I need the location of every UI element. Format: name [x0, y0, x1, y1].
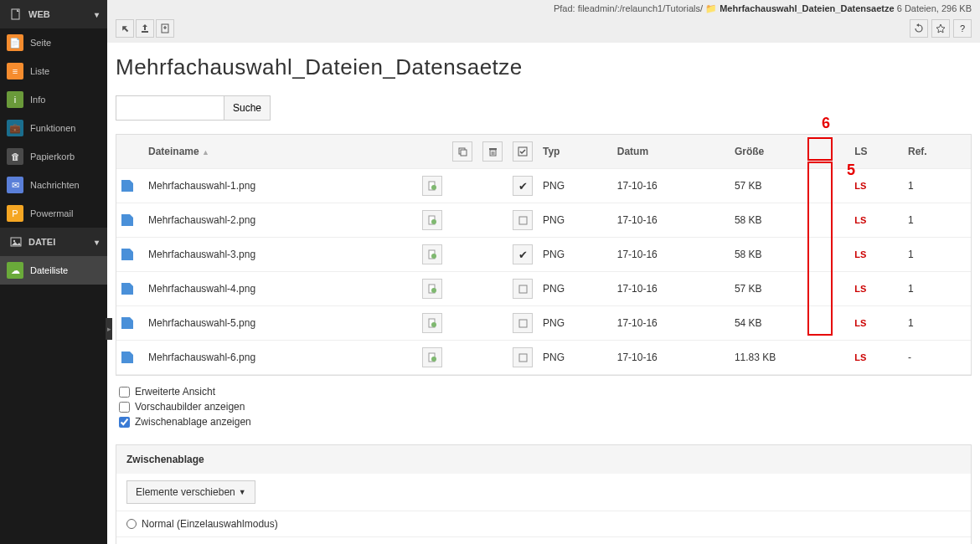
file-date: 17-10-16: [612, 169, 730, 203]
row-select-checkbox[interactable]: ✔: [513, 176, 533, 196]
option-extended-checkbox[interactable]: [119, 387, 130, 398]
file-type: PNG: [538, 306, 612, 341]
file-name[interactable]: Mehrfachauswahl-1.png: [143, 169, 417, 203]
upload-button[interactable]: [136, 19, 154, 38]
sidebar-item-seite[interactable]: 📄Seite: [0, 28, 107, 57]
page-title: Mehrfachauswahl_Dateien_Datensaetze: [116, 54, 972, 80]
col-date[interactable]: Datum: [612, 135, 730, 169]
file-type: PNG: [538, 272, 612, 306]
breadcrumb-file-count: 6 Dateien, 296 KB: [897, 3, 972, 13]
option-clipboard-checkbox[interactable]: [119, 417, 130, 428]
file-action-button[interactable]: [422, 176, 442, 196]
cloud-icon: ☁: [7, 262, 23, 279]
file-action-button[interactable]: [422, 210, 442, 230]
file-date: 17-10-16: [612, 272, 730, 306]
sidebar-item-label: Nachrichten: [30, 180, 80, 190]
svg-point-24: [431, 357, 436, 362]
col-ref[interactable]: Ref.: [903, 135, 971, 169]
sidebar-section-datei[interactable]: DATEI ▾: [0, 228, 107, 256]
file-ls: LS: [849, 203, 903, 238]
file-action-button[interactable]: [422, 244, 442, 264]
liste-icon: ≡: [7, 63, 23, 80]
file-icon: [121, 317, 133, 329]
table-row: Mehrfachauswahl-4.pngPNG17-10-1657 KBLS1: [116, 272, 971, 306]
svg-point-11: [431, 185, 436, 190]
col-size[interactable]: Größe: [730, 135, 849, 169]
svg-rect-19: [519, 285, 527, 293]
clipboard-mode-option[interactable]: ✔Zwischenablage #1 (Mehrfachauswahlmodus…: [116, 536, 971, 544]
row-select-checkbox[interactable]: [513, 347, 533, 367]
file-name[interactable]: Mehrfachauswahl-5.png: [143, 306, 417, 341]
sidebar-item-powermail[interactable]: PPowermail: [0, 199, 107, 228]
sidebar-item-nachrichten[interactable]: ✉Nachrichten: [0, 171, 107, 199]
file-date: 17-10-16: [612, 341, 730, 375]
sidebar-item-label: Seite: [30, 38, 51, 48]
sidebar-item-label: Funktionen: [30, 123, 75, 133]
file-size: 58 KB: [730, 203, 849, 238]
breadcrumb-path-prefix: Pfad: fileadmin/:/relaunch1/Tutorials/: [554, 3, 705, 13]
sidebar-item-dateiliste[interactable]: ☁Dateiliste: [0, 256, 107, 285]
file-type: PNG: [538, 238, 612, 272]
col-filename[interactable]: Dateiname ▲: [143, 135, 417, 169]
svg-rect-14: [519, 217, 527, 224]
option-clipboard[interactable]: Zwischenablage anzeigen: [119, 414, 968, 429]
svg-point-18: [431, 288, 436, 293]
file-name[interactable]: Mehrfachauswahl-3.png: [143, 238, 417, 272]
folder-icon: 📁: [705, 3, 717, 13]
file-name[interactable]: Mehrfachauswahl-2.png: [143, 203, 417, 238]
file-ref: 1: [903, 203, 971, 238]
file-table: Dateiname ▲: [116, 135, 971, 375]
col-type[interactable]: Typ: [538, 135, 612, 169]
file-type: PNG: [538, 203, 612, 238]
header-select-all-button[interactable]: [513, 141, 533, 162]
sidebar-resize-handle[interactable]: ▸: [106, 318, 112, 340]
content-area: Mehrfachauswahl_Dateien_Datensaetze Such…: [107, 43, 980, 544]
option-thumbnails[interactable]: Vorschaubilder anzeigen: [119, 399, 968, 414]
file-ref: 1: [903, 272, 971, 306]
sidebar-item-label: Powermail: [30, 208, 73, 218]
clipboard-panel: Zwischenablage Elemente verschieben ▼ No…: [116, 444, 972, 544]
file-action-button[interactable]: [422, 279, 442, 299]
search-button[interactable]: Suche: [224, 95, 271, 121]
funktionen-icon: 💼: [7, 120, 23, 136]
bookmark-button[interactable]: [931, 19, 950, 38]
caret-down-icon: ▾: [95, 10, 99, 19]
file-date: 17-10-16: [612, 238, 730, 272]
search-input[interactable]: [116, 95, 224, 121]
file-name[interactable]: Mehrfachauswahl-6.png: [143, 341, 417, 375]
sidebar-item-funktionen[interactable]: 💼Funktionen: [0, 114, 107, 142]
option-extended-view[interactable]: Erweiterte Ansicht: [119, 384, 968, 399]
file-action-button[interactable]: [422, 313, 442, 333]
file-ls: LS: [849, 306, 903, 341]
file-size: 58 KB: [730, 238, 849, 272]
header-copy-button[interactable]: [452, 141, 472, 162]
file-action-button[interactable]: [422, 347, 442, 367]
file-type: PNG: [538, 341, 612, 375]
header-delete-button[interactable]: [482, 141, 503, 162]
clipboard-title: Zwischenablage: [116, 445, 971, 474]
sidebar-item-liste[interactable]: ≡Liste: [0, 57, 107, 85]
file-size: 57 KB: [730, 169, 849, 203]
level-up-button[interactable]: [116, 19, 134, 38]
sidebar-section-web[interactable]: WEB ▾: [0, 0, 107, 28]
row-select-checkbox[interactable]: [513, 210, 533, 230]
option-thumbnails-checkbox[interactable]: [119, 402, 130, 413]
file-icon: [121, 249, 133, 260]
new-button[interactable]: [156, 19, 174, 38]
file-ls: LS: [849, 238, 903, 272]
help-button[interactable]: ?: [953, 19, 972, 38]
col-ls[interactable]: LS: [849, 135, 903, 169]
row-select-checkbox[interactable]: [513, 313, 533, 333]
clipboard-mode-dropdown[interactable]: Elemente verschieben ▼: [126, 480, 255, 504]
sidebar-item-papierkorb[interactable]: 🗑Papierkorb: [0, 142, 107, 171]
row-select-checkbox[interactable]: ✔: [513, 244, 533, 264]
clipboard-mode-option[interactable]: Normal (Einzelauswahlmodus): [116, 511, 971, 536]
sidebar-item-info[interactable]: iInfo: [0, 85, 107, 114]
nachrichten-icon: ✉: [7, 177, 23, 193]
table-row: Mehrfachauswahl-2.pngPNG17-10-1658 KBLS1: [116, 203, 971, 238]
file-size: 54 KB: [730, 306, 849, 341]
row-select-checkbox[interactable]: [513, 279, 533, 299]
file-name[interactable]: Mehrfachauswahl-4.png: [143, 272, 417, 306]
caret-down-icon: ▾: [95, 238, 99, 247]
refresh-button[interactable]: [910, 19, 928, 38]
